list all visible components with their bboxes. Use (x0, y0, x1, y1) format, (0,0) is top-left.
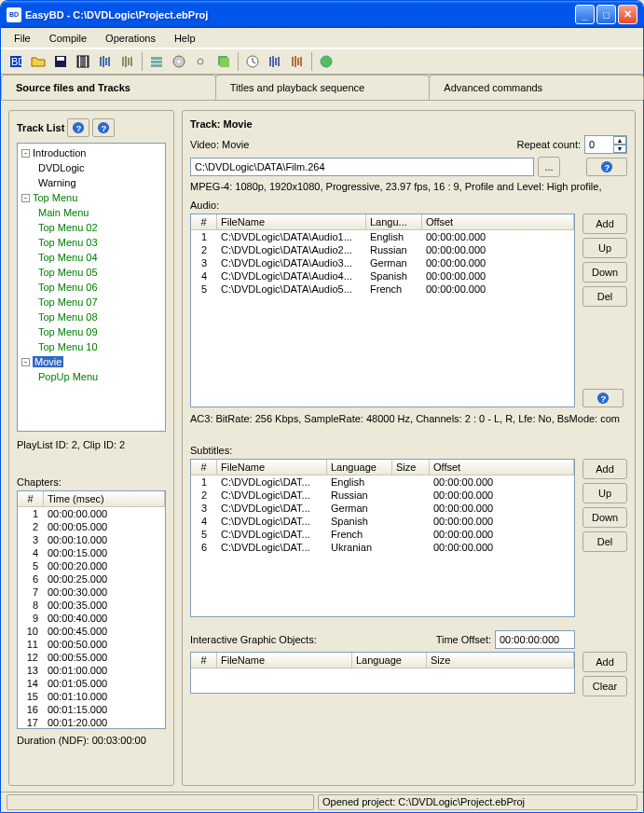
menu-file[interactable]: File (5, 30, 40, 47)
subs-hdr-off[interactable]: Offset (430, 460, 574, 475)
chapter-row[interactable]: 1500:01:10.000 (18, 690, 165, 703)
chap-hdr-num[interactable]: # (18, 491, 44, 506)
tree-expander-icon[interactable]: - (21, 358, 30, 366)
subs-hdr-lang[interactable]: Language (327, 460, 392, 475)
minimize-button[interactable]: _ (575, 5, 595, 24)
audio-hdr-num[interactable]: # (191, 214, 217, 229)
chapter-row[interactable]: 1100:00:50.000 (18, 638, 165, 651)
tree-item[interactable]: -Introduction (20, 145, 163, 160)
repeat-spin-down-icon[interactable]: ▼ (613, 145, 626, 153)
tool-stack-icon[interactable] (213, 51, 234, 72)
tool-playlist-icon[interactable] (146, 51, 167, 72)
audio-del-button[interactable]: Del (582, 286, 627, 307)
audio-up-button[interactable]: Up (582, 238, 627, 258)
subs-row[interactable]: 1C:\DVDLogic\DAT...English00:00:00.000 (191, 475, 574, 489)
menu-operations[interactable]: Operations (96, 30, 165, 47)
audio-row[interactable]: 4C:\DVDLogic\DATA\Audio4...Spanish00:00:… (191, 269, 574, 282)
audio-row[interactable]: 3C:\DVDLogic\DATA\Audio3...German00:00:0… (191, 256, 574, 269)
chapter-row[interactable]: 1000:00:45.000 (18, 625, 165, 638)
chapter-row[interactable]: 500:00:20.000 (18, 559, 165, 572)
chapter-row[interactable]: 700:00:30.000 (18, 586, 165, 599)
menu-compile[interactable]: Compile (40, 30, 96, 47)
close-button[interactable]: ✕ (618, 5, 637, 24)
chap-hdr-time[interactable]: Time (msec) (44, 491, 165, 506)
chapter-row[interactable]: 1400:01:05.000 (18, 677, 165, 690)
audio-add-button[interactable]: Add (582, 214, 627, 234)
menu-help[interactable]: Help (165, 30, 205, 47)
audio-grid[interactable]: # FileName Langu... Offset 1C:\DVDLogic\… (190, 214, 575, 407)
subs-row[interactable]: 5C:\DVDLogic\DAT...French00:00:00.000 (191, 528, 574, 541)
audio-hdr-off[interactable]: Offset (422, 214, 574, 229)
audio-row[interactable]: 5C:\DVDLogic\DATA\Audio5...French00:00:0… (191, 282, 574, 296)
tree-item[interactable]: Top Menu 06 (20, 280, 163, 295)
tool-open-icon[interactable] (28, 51, 48, 72)
tree-item[interactable]: DVDLogic (20, 160, 163, 175)
tab-titles-playback[interactable]: Titles and playback sequence (215, 75, 431, 100)
subs-hdr-num[interactable]: # (191, 460, 217, 475)
tree-item[interactable]: Top Menu 08 (20, 310, 163, 324)
igo-clear-button[interactable]: Clear (582, 676, 627, 696)
subs-hdr-file[interactable]: FileName (217, 460, 327, 475)
browse-button[interactable]: ... (538, 157, 560, 177)
audio-hdr-file[interactable]: FileName (217, 214, 366, 229)
maximize-button[interactable]: □ (596, 5, 616, 24)
chapter-row[interactable]: 1200:00:55.000 (18, 651, 165, 664)
chapter-row[interactable]: 1600:01:15.000 (18, 703, 165, 716)
tab-source-files[interactable]: Source files and Tracks (1, 75, 216, 100)
subs-up-button[interactable]: Up (582, 483, 627, 503)
chapter-row[interactable]: 1300:01:00.000 (18, 664, 165, 677)
audio-help-icon[interactable]: ? (582, 389, 623, 407)
tree-item[interactable]: Top Menu 02 (20, 220, 163, 235)
tree-item[interactable]: Main Menu (20, 205, 163, 220)
audio-down-button[interactable]: Down (582, 262, 627, 282)
tree-item[interactable]: Top Menu 03 (20, 235, 163, 250)
chapter-row[interactable]: 300:00:10.000 (18, 533, 165, 546)
tree-expander-icon[interactable]: - (21, 149, 30, 158)
tool-link-icon[interactable] (191, 51, 212, 72)
audio-row[interactable]: 1C:\DVDLogic\DATA\Audio1...English00:00:… (191, 230, 574, 243)
tree-item[interactable]: Top Menu 07 (20, 295, 163, 310)
subs-down-button[interactable]: Down (582, 507, 627, 528)
tree-item[interactable]: Top Menu 05 (20, 265, 163, 280)
tree-item[interactable]: Top Menu 10 (20, 339, 163, 354)
tool-mux-audio-icon[interactable] (265, 51, 285, 72)
chapter-row[interactable]: 400:00:15.000 (18, 546, 165, 559)
tool-subtitle-icon[interactable] (117, 51, 138, 72)
tree-item[interactable]: Warning (20, 175, 163, 190)
audio-hdr-lang[interactable]: Langu... (366, 214, 422, 229)
tool-disc-icon[interactable] (169, 51, 189, 72)
audio-row[interactable]: 2C:\DVDLogic\DATA\Audio2...Russian00:00:… (191, 243, 574, 256)
track-tree[interactable]: -IntroductionDVDLogicWarning-Top MenuMai… (17, 143, 166, 432)
igo-hdr-num[interactable]: # (191, 653, 217, 668)
tree-item[interactable]: -Movie (20, 354, 163, 369)
igo-grid[interactable]: # FileName Language Size (190, 652, 575, 694)
igo-hdr-file[interactable]: FileName (217, 653, 352, 668)
tree-item[interactable]: Top Menu 09 (20, 324, 163, 339)
subs-row[interactable]: 6C:\DVDLogic\DAT...Ukranian00:00:00.000 (191, 541, 574, 554)
tree-expander-icon[interactable]: - (21, 194, 30, 202)
chapter-row[interactable]: 200:00:05.000 (18, 520, 165, 533)
tool-globe-icon[interactable] (316, 51, 336, 72)
track-help-2-icon[interactable]: ? (92, 118, 115, 137)
chapter-row[interactable]: 100:00:00.000 (18, 507, 165, 520)
igo-add-button[interactable]: Add (582, 652, 627, 672)
tool-mux-sub-icon[interactable] (287, 51, 308, 72)
tool-audio-icon[interactable] (95, 51, 116, 72)
subs-grid[interactable]: # FileName Language Size Offset 1C:\DVDL… (190, 459, 575, 617)
subs-add-button[interactable]: Add (582, 459, 627, 479)
tab-advanced-commands[interactable]: Advanced commands (429, 75, 644, 100)
subs-hdr-size[interactable]: Size (392, 460, 430, 475)
tree-item[interactable]: Top Menu 04 (20, 250, 163, 265)
tree-item[interactable]: PopUp Menu (20, 369, 163, 384)
chapter-row[interactable]: 800:00:35.000 (18, 599, 165, 612)
timeoff-input[interactable] (495, 630, 575, 649)
subs-row[interactable]: 4C:\DVDLogic\DAT...Spanish00:00:00.000 (191, 515, 574, 528)
tool-new-icon[interactable]: BD (6, 51, 26, 72)
subs-row[interactable]: 2C:\DVDLogic\DAT...Russian00:00:00.000 (191, 489, 574, 502)
chapter-row[interactable]: 1700:01:20.000 (18, 716, 165, 728)
track-help-1-icon[interactable]: ? (67, 118, 89, 137)
igo-hdr-lang[interactable]: Language (352, 653, 427, 668)
chapter-row[interactable]: 900:00:40.000 (18, 612, 165, 625)
tree-item[interactable]: -Top Menu (20, 190, 163, 205)
title-bar[interactable]: BD EasyBD - C:\DVDLogic\Project.ebProj _… (1, 1, 643, 28)
